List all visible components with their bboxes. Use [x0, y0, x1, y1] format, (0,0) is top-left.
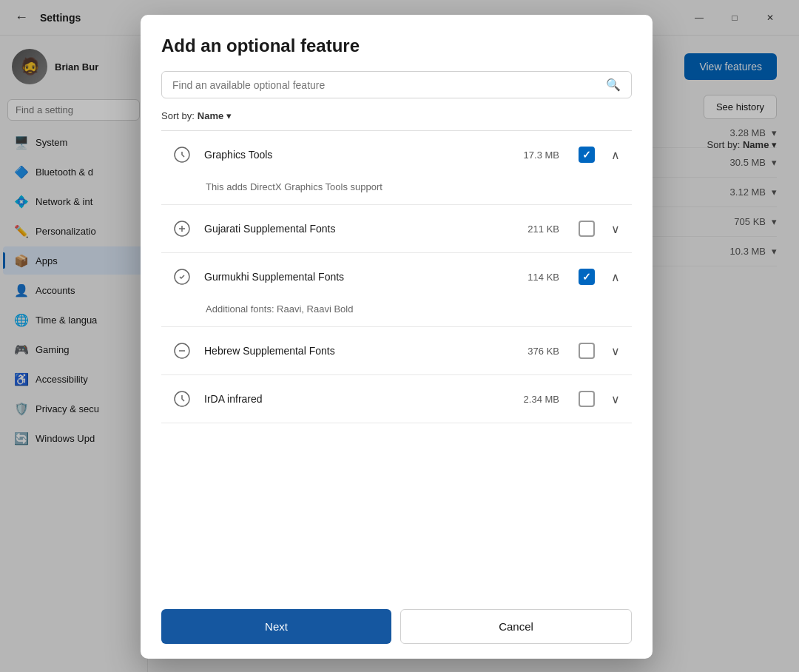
- graphics-tools-detail: This adds DirectX Graphics Tools support: [161, 178, 632, 204]
- feature-row-gurmukhi-fonts: Gurmukhi Supplemental Fonts 114 KB ∧: [161, 253, 632, 300]
- search-icon: 🔍: [606, 78, 621, 92]
- next-button[interactable]: Next: [161, 609, 391, 644]
- hebrew-fonts-checkbox[interactable]: [579, 343, 595, 359]
- feature-row-graphics-tools: Graphics Tools 17.3 MB ∧: [161, 131, 632, 178]
- gurmukhi-fonts-checkbox[interactable]: [579, 269, 595, 285]
- feature-item-graphics-tools: Graphics Tools 17.3 MB ∧ This adds Direc…: [161, 131, 632, 205]
- gujarati-fonts-name: Gujarati Supplemental Fonts: [204, 223, 517, 235]
- graphics-tools-checkbox[interactable]: [579, 147, 595, 163]
- gurmukhi-fonts-expand-button[interactable]: ∧: [608, 267, 623, 287]
- graphics-tools-icon: [170, 143, 194, 167]
- dialog-title: Add an optional feature: [161, 36, 632, 56]
- gurmukhi-fonts-detail: Additional fonts: Raavi, Raavi Bold: [161, 300, 632, 326]
- graphics-tools-expand-button[interactable]: ∧: [608, 145, 623, 165]
- add-optional-feature-dialog: Add an optional feature 🔍 Sort by: Name …: [141, 15, 653, 659]
- hebrew-fonts-expand-button[interactable]: ∨: [608, 341, 623, 361]
- gurmukhi-fonts-name: Gurmukhi Supplemental Fonts: [204, 271, 517, 283]
- feature-item-gurmukhi-fonts: Gurmukhi Supplemental Fonts 114 KB ∧ Add…: [161, 253, 632, 327]
- dialog-footer: Next Cancel: [161, 594, 632, 659]
- irda-infrared-expand-button[interactable]: ∨: [608, 389, 623, 409]
- feature-item-irda-infrared: IrDA infrared 2.34 MB ∨: [161, 375, 632, 423]
- gujarati-fonts-checkbox[interactable]: [579, 221, 595, 237]
- gujarati-fonts-icon: [170, 217, 194, 241]
- hebrew-fonts-icon: [170, 339, 194, 363]
- gurmukhi-fonts-icon: [170, 265, 194, 289]
- graphics-tools-size: 17.3 MB: [524, 149, 559, 161]
- gurmukhi-fonts-size: 114 KB: [527, 272, 559, 283]
- hebrew-fonts-size: 376 KB: [527, 346, 559, 357]
- gujarati-fonts-size: 211 KB: [527, 224, 559, 235]
- gujarati-fonts-expand-button[interactable]: ∨: [608, 219, 623, 239]
- irda-infrared-checkbox[interactable]: [579, 391, 595, 407]
- irda-infrared-name: IrDA infrared: [204, 393, 513, 405]
- cancel-button[interactable]: Cancel: [400, 609, 632, 644]
- feature-item-gujarati-fonts: Gujarati Supplemental Fonts 211 KB ∨: [161, 205, 632, 253]
- feature-row-gujarati-fonts: Gujarati Supplemental Fonts 211 KB ∨: [161, 205, 632, 252]
- feature-list: Graphics Tools 17.3 MB ∧ This adds Direc…: [161, 130, 632, 594]
- feature-item-hebrew-fonts: Hebrew Supplemental Fonts 376 KB ∨: [161, 327, 632, 375]
- dialog-sort-label: Sort by: Name ▾: [161, 110, 632, 121]
- feature-search-input[interactable]: [172, 79, 600, 91]
- irda-infrared-icon: [170, 387, 194, 411]
- feature-search-box[interactable]: 🔍: [161, 71, 632, 98]
- hebrew-fonts-name: Hebrew Supplemental Fonts: [204, 345, 517, 357]
- feature-row-irda-infrared: IrDA infrared 2.34 MB ∨: [161, 375, 632, 423]
- feature-row-hebrew-fonts: Hebrew Supplemental Fonts 376 KB ∨: [161, 327, 632, 374]
- irda-infrared-size: 2.34 MB: [524, 394, 559, 405]
- graphics-tools-name: Graphics Tools: [204, 149, 513, 161]
